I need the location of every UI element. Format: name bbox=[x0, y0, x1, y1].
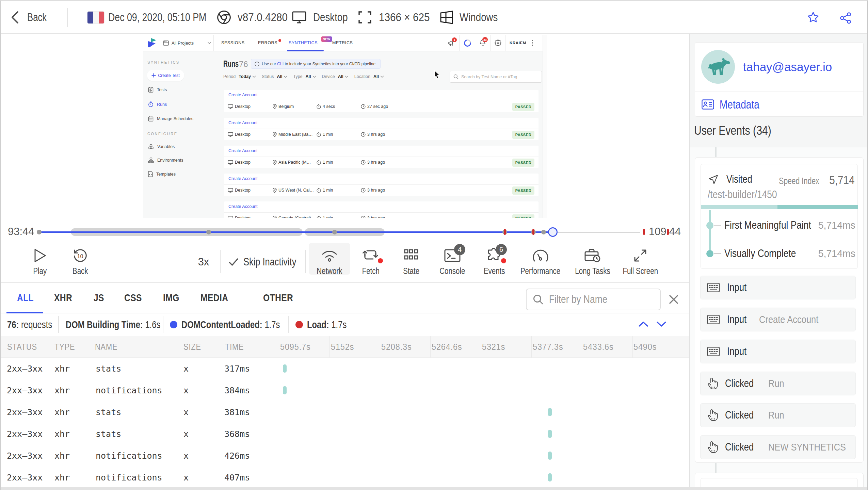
run-title-link[interactable]: Create Account bbox=[228, 148, 257, 153]
network-tab[interactable]: ALL bbox=[17, 283, 37, 313]
panel-button[interactable]: Full Screen bbox=[620, 241, 661, 282]
app-tab[interactable]: SYNTHETICS bbox=[289, 35, 318, 51]
app-tab[interactable]: SESSIONS bbox=[221, 35, 245, 51]
run-card[interactable]: Create Account Desktop Belgium 4 secs bbox=[224, 90, 539, 112]
sidebar-item[interactable]: Tests bbox=[148, 87, 167, 93]
filter[interactable]: Status All bbox=[262, 74, 287, 79]
request-status: 2xx–3xx bbox=[7, 401, 43, 423]
filter[interactable]: Location All bbox=[354, 74, 384, 79]
panel-button[interactable]: State bbox=[390, 241, 432, 282]
column-header[interactable]: TIME bbox=[225, 336, 247, 357]
network-tab[interactable]: XHR bbox=[54, 283, 76, 313]
network-tab[interactable]: IMG bbox=[163, 283, 183, 313]
settings-gear-icon[interactable] bbox=[495, 35, 501, 51]
filter[interactable]: Period Today bbox=[223, 74, 256, 79]
sidebar-item-label: Tests bbox=[157, 87, 167, 92]
network-tab[interactable]: JS bbox=[94, 283, 107, 313]
network-request-row[interactable]: 2xx–3xx xhr notifications x 407ms bbox=[1, 467, 689, 487]
end-issue-marker bbox=[667, 229, 669, 235]
sidebar-item[interactable]: Manage Schedules bbox=[148, 116, 193, 121]
timeline-playhead[interactable] bbox=[548, 227, 558, 237]
user-menu[interactable]: KRAIEM bbox=[510, 35, 526, 51]
user-event-row[interactable]: Clicked Run bbox=[700, 403, 856, 427]
timeline-event-dot[interactable] bbox=[332, 230, 337, 234]
sidebar-item[interactable]: Runs bbox=[148, 101, 167, 107]
network-tab[interactable]: OTHER bbox=[263, 283, 300, 313]
network-tab[interactable]: MEDIA bbox=[200, 283, 234, 313]
user-event-row[interactable]: Input bbox=[700, 276, 856, 299]
skip-inactivity-toggle[interactable]: Skip Inactivity bbox=[228, 241, 308, 282]
share-button[interactable] bbox=[839, 11, 852, 25]
timeline-remaining[interactable] bbox=[553, 232, 640, 233]
sidebar-item[interactable]: Templates bbox=[148, 171, 176, 177]
panel-button[interactable]: 6 Events bbox=[473, 241, 515, 282]
play-button[interactable]: Play bbox=[22, 241, 58, 282]
panel-button[interactable]: Performance bbox=[520, 241, 561, 282]
run-card[interactable]: Create Account Desktop Canada (Central) … bbox=[224, 201, 539, 218]
run-title-link[interactable]: Create Account bbox=[228, 93, 257, 97]
run-title-link[interactable]: Create Account bbox=[228, 204, 257, 209]
timeline-issue-marker[interactable] bbox=[504, 229, 506, 235]
panel-button[interactable]: Network bbox=[309, 241, 350, 282]
network-request-row[interactable]: 2xx–3xx xhr notifications x 384ms bbox=[1, 379, 689, 401]
cli-link[interactable]: CLI bbox=[277, 62, 284, 66]
sidebar-item[interactable]: Environments bbox=[148, 158, 183, 163]
network-filter-input[interactable]: Filter by Name bbox=[526, 289, 661, 310]
user-event-row[interactable]: Input bbox=[700, 340, 856, 363]
run-title-link[interactable]: Create Account bbox=[228, 176, 257, 181]
timeline-event-dot[interactable] bbox=[541, 230, 546, 234]
filter[interactable]: Device All bbox=[322, 74, 349, 79]
network-request-row[interactable]: 2xx–3xx xhr stats x 381ms bbox=[1, 401, 689, 423]
network-tab-label: MEDIA bbox=[200, 292, 228, 304]
user-email[interactable]: tahay@asayer.io bbox=[743, 60, 832, 74]
run-location-cell: Asia Pacific (M… bbox=[273, 160, 311, 165]
column-header[interactable]: TYPE bbox=[54, 336, 79, 357]
filter[interactable]: Type All bbox=[293, 74, 316, 79]
sidebar-item[interactable]: Variables bbox=[148, 144, 175, 149]
create-test-button[interactable]: Create Test bbox=[147, 70, 184, 81]
project-selector[interactable]: All Projects bbox=[163, 35, 211, 51]
user-event-row[interactable]: Clicked NEW SYNTHETICS bbox=[700, 435, 856, 459]
os-info: Windows bbox=[440, 1, 505, 33]
column-header[interactable]: SIZE bbox=[183, 336, 205, 357]
panel-button[interactable]: Long Tasks bbox=[572, 241, 613, 282]
run-title-link[interactable]: Create Account bbox=[228, 120, 257, 125]
filter-label: Status bbox=[262, 74, 274, 79]
close-icon[interactable] bbox=[668, 293, 680, 306]
network-request-row[interactable]: 2xx–3xx xhr stats x 317ms bbox=[1, 358, 689, 379]
timeline-issue-marker[interactable] bbox=[643, 229, 645, 235]
request-name: stats bbox=[96, 423, 121, 445]
column-header[interactable]: STATUS bbox=[7, 336, 43, 357]
banner-text: Use our CLI to include your Synthetics i… bbox=[262, 62, 377, 66]
panel-button[interactable]: 4 Console bbox=[432, 241, 473, 282]
timeline-event-dot[interactable] bbox=[206, 230, 211, 234]
kebab-menu-icon[interactable] bbox=[532, 35, 533, 51]
network-request-row[interactable]: 2xx–3xx xhr stats x 368ms bbox=[1, 423, 689, 445]
visited-event-card[interactable]: Visited Speed Index 5,714 /test-builder/… bbox=[701, 164, 858, 269]
timeline-event-dot[interactable] bbox=[37, 230, 42, 234]
playback-speed-button[interactable]: 3x bbox=[192, 241, 215, 282]
scroll-up-icon[interactable] bbox=[638, 321, 648, 327]
metadata-button[interactable]: Metadata bbox=[702, 98, 769, 111]
user-event-row[interactable]: Clicked Run bbox=[700, 372, 856, 395]
user-event-row[interactable]: Input Create Account bbox=[700, 308, 856, 331]
back-button[interactable]: Back bbox=[10, 1, 52, 33]
run-card[interactable]: Create Account Desktop Asia Pacific (M… … bbox=[224, 146, 539, 168]
timeline-issue-marker[interactable] bbox=[532, 229, 534, 235]
favorite-star-button[interactable] bbox=[807, 11, 820, 24]
events-scroll-area[interactable]: Visited Speed Index 5,714 /test-builder/… bbox=[690, 147, 868, 490]
scroll-down-icon[interactable] bbox=[656, 321, 666, 327]
sidebar-item-label: Variables bbox=[157, 144, 175, 149]
run-card[interactable]: Create Account Desktop US West (N. Cal… … bbox=[224, 174, 539, 196]
network-tab[interactable]: CSS bbox=[124, 283, 146, 313]
nav-divider bbox=[505, 35, 505, 51]
network-request-row[interactable]: 2xx–3xx xhr notifications x 426ms bbox=[1, 445, 689, 467]
app-tab[interactable]: ERRORS bbox=[258, 35, 281, 51]
column-header[interactable]: NAME bbox=[95, 336, 122, 357]
test-search-box[interactable]: Search by Test Name or #Tag bbox=[450, 71, 542, 83]
back-10s-button[interactable]: 10 Back bbox=[62, 241, 98, 282]
app-tab[interactable]: METRICS bbox=[332, 35, 353, 51]
run-card[interactable]: Create Account Desktop Middle East (Ba… … bbox=[224, 118, 539, 140]
panel-button[interactable]: Fetch bbox=[350, 241, 391, 282]
asayer-logo[interactable] bbox=[147, 38, 157, 48]
